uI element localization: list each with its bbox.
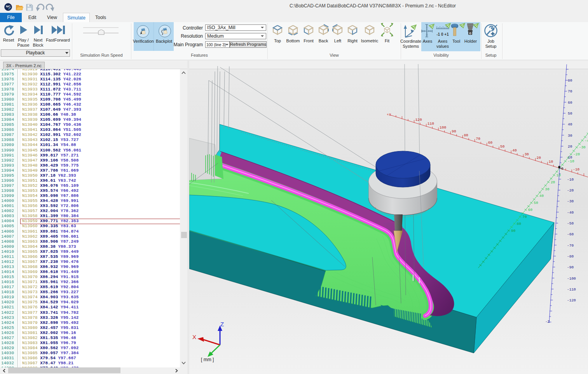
svg-text:-40: -40 [567, 210, 574, 215]
svg-text:-10: -10 [573, 167, 579, 172]
svg-text:110: 110 [427, 122, 434, 126]
svg-text:-30: -30 [567, 199, 574, 204]
svg-text:-120: -120 [567, 298, 576, 303]
svg-text:-80: -80 [567, 254, 574, 259]
svg-text:-40: -40 [585, 139, 588, 143]
svg-text:10: 10 [549, 160, 553, 164]
svg-text:60: 60 [568, 101, 572, 105]
svg-text:20: 20 [551, 180, 555, 184]
svg-text:70: 70 [522, 215, 527, 219]
svg-text:50: 50 [568, 111, 572, 116]
svg-text:X: X [192, 334, 196, 340]
svg-text:20: 20 [568, 144, 572, 149]
svg-text:50: 50 [534, 201, 538, 205]
svg-text:10: 10 [568, 155, 572, 160]
svg-text:30: 30 [545, 187, 550, 191]
svg-text:-110: -110 [567, 287, 576, 292]
svg-text:-100: -100 [567, 277, 576, 281]
svg-text:-10: -10 [567, 177, 574, 182]
svg-text:80: 80 [568, 78, 572, 83]
svg-text:30: 30 [568, 134, 572, 138]
svg-text:-20: -20 [573, 152, 580, 157]
svg-text:50: 50 [500, 144, 505, 149]
svg-text:+X: +X [387, 113, 391, 117]
svg-text:80: 80 [517, 222, 522, 226]
svg-text:70: 70 [476, 137, 481, 141]
svg-text:-30: -30 [579, 145, 586, 150]
svg-text:120: 120 [415, 118, 422, 122]
svg-text:[ mm ]: [ mm ] [201, 357, 214, 362]
svg-text:-20: -20 [567, 188, 574, 193]
svg-text:70: 70 [568, 89, 572, 94]
svg-text:-90: -90 [567, 265, 574, 270]
svg-text:60: 60 [528, 208, 533, 212]
svg-text:-Z: -Z [545, 320, 550, 324]
svg-text:Z: Z [220, 321, 224, 327]
svg-text:20: 20 [537, 156, 541, 160]
svg-text:40: 40 [568, 122, 572, 127]
svg-text:-60: -60 [567, 232, 574, 237]
svg-text:0: 0 [561, 167, 564, 171]
svg-text:60: 60 [488, 141, 493, 145]
svg-text:-50: -50 [567, 221, 574, 226]
svg-text:40: 40 [512, 148, 517, 153]
svg-text:100: 100 [440, 125, 446, 130]
svg-text:80: 80 [464, 133, 468, 137]
svg-text:-1 0 +1: -1 0 +1 [436, 32, 449, 37]
svg-text:-10: -10 [568, 159, 574, 164]
svg-text:-70: -70 [567, 244, 574, 248]
svg-text:90: 90 [511, 229, 516, 233]
svg-text:40: 40 [539, 194, 544, 198]
svg-text:90: 90 [452, 129, 456, 134]
svg-text:30: 30 [524, 152, 529, 157]
